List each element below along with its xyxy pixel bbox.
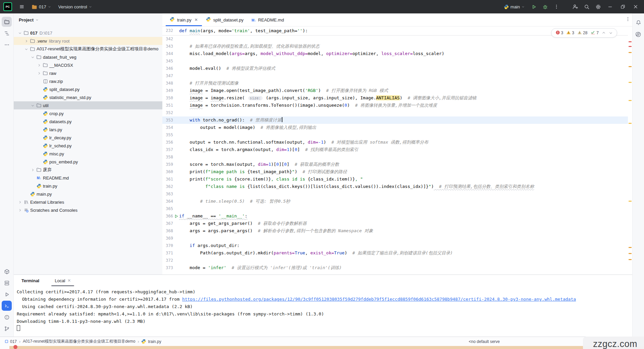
tree-item[interactable]: lr_sched.py	[13, 142, 162, 150]
project-widget[interactable]: 017	[29, 2, 54, 11]
code-line-368[interactable]: 368 args = args.parse_args() # 解析命令行参数,得…	[162, 227, 628, 235]
tree-item[interactable]: A017-resnet模型实现果蔬图像分类实操企业级工程项目非demo	[13, 45, 162, 53]
code-line-369[interactable]: 369	[162, 235, 628, 242]
version-control-icon[interactable]	[2, 323, 12, 334]
tree-item[interactable]: crop.py	[13, 109, 162, 117]
stripe-mark[interactable]	[629, 247, 632, 248]
minimize-button[interactable]	[604, 2, 616, 11]
code-line-353[interactable]: 353 with torch.no_grad(): # 禁用梯度计算	[162, 116, 628, 124]
services-icon[interactable]	[2, 278, 12, 288]
code-line-346[interactable]: 346 model.eval() # 将模型设置为评估模式	[162, 65, 628, 72]
code-line-349[interactable]: 349 image = Image.open(test_image_path).…	[162, 87, 628, 94]
more-actions-icon[interactable]	[551, 2, 561, 11]
tree-item[interactable]: raw.zip	[13, 77, 162, 85]
code-line-371[interactable]: 371 Path(args.output_dir).mkdir(parents=…	[162, 249, 628, 257]
stripe-mark[interactable]	[629, 41, 632, 42]
code-line-356[interactable]: 356 output = torch.nn.functional.softmax…	[162, 139, 628, 146]
search-everywhere-icon[interactable]	[582, 2, 592, 11]
code-line-373[interactable]: 373 mode = 'infer' # 设置运行模式为 'infer'(推理)…	[162, 264, 628, 271]
stripe-mark[interactable]	[629, 100, 632, 101]
code-line-347[interactable]: 347	[162, 72, 628, 80]
code-line-370[interactable]: 370 if args.output_dir:	[162, 242, 628, 249]
code-line-359[interactable]: 359 score = torch.max(output, dim=1)[0][…	[162, 161, 628, 168]
code-line-348[interactable]: 348 # 打开并预处理测试图像	[162, 80, 628, 87]
next-problem-icon[interactable]	[609, 31, 613, 35]
breadcrumb-item[interactable]: train.py	[141, 339, 161, 344]
tree-item[interactable]: util	[13, 101, 162, 109]
close-button[interactable]	[630, 2, 641, 11]
chevron-right-icon[interactable]	[30, 168, 36, 172]
chevron-down-icon[interactable]	[36, 18, 39, 21]
stripe-mark[interactable]	[629, 253, 632, 254]
project-icon[interactable]	[2, 17, 12, 27]
code-line-351[interactable]: 351 image = torchvision.transforms.ToTen…	[162, 102, 628, 109]
stripe-mark[interactable]	[629, 259, 632, 260]
code-line-355[interactable]: 355	[162, 131, 628, 139]
problems-icon[interactable]	[2, 312, 12, 322]
debug-button[interactable]	[540, 2, 550, 11]
tree-item[interactable]: statistic_mean_std.py	[13, 93, 162, 101]
chevron-down-icon[interactable]	[30, 104, 36, 107]
code-line-350[interactable]: 350 image = image.resize( size: (args.in…	[162, 94, 628, 102]
tree-item[interactable]: pos_embed.py	[13, 158, 162, 166]
tree-item[interactable]: Scratches and Consoles	[13, 206, 162, 214]
code-line-364[interactable]: 364 # time.sleep(0.5) # 可选: 暂停0.5秒	[162, 198, 628, 205]
stripe-mark[interactable]	[629, 52, 632, 53]
settings-icon[interactable]	[593, 2, 603, 11]
chevron-down-icon[interactable]	[30, 55, 36, 59]
python-packages-icon[interactable]	[2, 266, 12, 277]
code-line-372[interactable]: 372	[162, 257, 628, 264]
ai-assistant-icon[interactable]	[633, 29, 643, 39]
code-with-me-icon[interactable]	[570, 2, 580, 11]
code-line-366[interactable]: 366if __name__ == '__main__':	[162, 212, 628, 220]
vcs-widget[interactable]: Version control	[56, 3, 95, 11]
chevron-down-icon[interactable]	[23, 47, 29, 51]
inspections-widget[interactable]: 3 3 28 7	[551, 28, 617, 38]
tree-item[interactable]: External Libraries	[13, 198, 162, 206]
editor-options-icon[interactable]	[625, 16, 631, 23]
code-line-345[interactable]: 345	[162, 57, 628, 65]
structure-icon[interactable]	[2, 28, 12, 38]
breadcrumb-item[interactable]: 017	[5, 339, 17, 344]
restore-button[interactable]	[617, 2, 629, 11]
notifications-icon[interactable]	[633, 17, 643, 28]
tree-item[interactable]: raw	[13, 69, 162, 77]
stripe-mark[interactable]	[629, 82, 632, 83]
code-line-343[interactable]: 343 # 如果有已保存的模型检查点,则加载模型、优化器和缩放器的状态	[162, 43, 628, 50]
terminal-output[interactable]: Collecting certifi>=2017.4.17 (from requ…	[13, 286, 633, 333]
tree-item[interactable]: datasets.py	[13, 117, 162, 126]
tree-item[interactable]: .venvlibrary root	[13, 37, 162, 45]
tab-readme-md[interactable]: M↓README.md	[248, 13, 288, 26]
chevron-right-icon[interactable]	[36, 71, 42, 75]
breadcrumb-item[interactable]: A017-resnet模型实现果蔬图像分类实操企业级工程项目非demo	[23, 339, 135, 344]
code-line-360[interactable]: 360 print(f"image path is {test_image_pa…	[162, 168, 628, 176]
run-tool-icon[interactable]	[2, 289, 12, 299]
stripe-mark[interactable]	[629, 46, 632, 47]
tab-split_dataset-py[interactable]: split_dataset.py	[202, 13, 248, 26]
code-line-357[interactable]: 357 class_idx = torch.argmax(output, dim…	[162, 146, 628, 153]
prev-problem-icon[interactable]	[602, 31, 606, 35]
tree-item[interactable]: M↓README.md	[13, 174, 162, 182]
code-line-358[interactable]: 358	[162, 153, 628, 161]
tree-item[interactable]: main.py	[13, 190, 162, 198]
stripe-mark[interactable]	[629, 66, 632, 67]
terminal-link[interactable]: https://files.pythonhosted.org/packages/…	[182, 297, 576, 302]
tree-item[interactable]: 017D:\017	[13, 29, 162, 37]
run-button[interactable]	[529, 2, 539, 11]
close-icon[interactable]: ✕	[67, 278, 71, 283]
terminal-icon[interactable]	[2, 301, 12, 311]
tree-item[interactable]: train.py	[13, 182, 162, 190]
chevron-right-icon[interactable]	[17, 200, 23, 204]
more-tool-windows-icon[interactable]	[2, 40, 12, 50]
close-icon[interactable]: ✕	[195, 17, 198, 22]
terminal-tab-local[interactable]: Local ✕	[53, 275, 72, 286]
stripe-mark[interactable]	[629, 123, 632, 124]
code-line-363[interactable]: 363	[162, 190, 628, 198]
tree-item[interactable]: misc.py	[13, 150, 162, 158]
tree-item[interactable]: lars.py	[13, 126, 162, 134]
run-line-icon[interactable]	[173, 212, 179, 220]
code-line-344[interactable]: 344 misc.load_model(args=args, model_wit…	[162, 50, 628, 57]
chevron-right-icon[interactable]	[23, 39, 29, 43]
code-line-361[interactable]: 361 print(f"score is {score.item()}, cla…	[162, 176, 628, 183]
tab-train-py[interactable]: train.py✕	[166, 13, 202, 26]
